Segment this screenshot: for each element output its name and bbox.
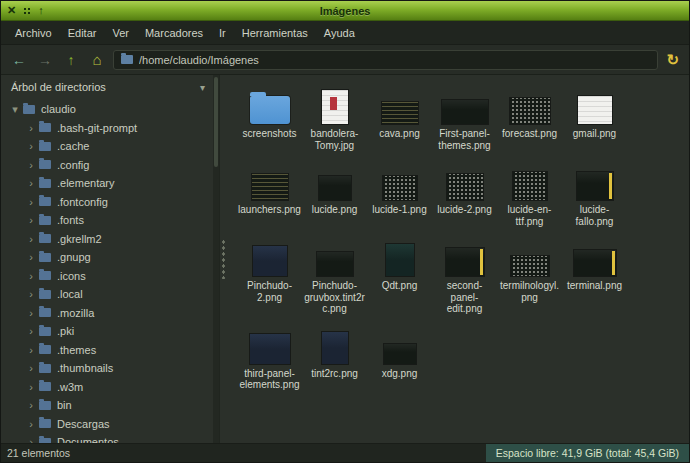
sidebar-scrollbar[interactable]: [213, 75, 219, 443]
file-thumbnail: [322, 90, 348, 124]
tree-item-dot-local[interactable]: ›.local: [1, 285, 213, 304]
file-item-gmail.png[interactable]: gmail.png: [562, 81, 627, 157]
file-thumbnail: [446, 248, 484, 276]
tree-item-dot-mozilla[interactable]: ›.mozilla: [1, 304, 213, 323]
chevron-right-icon[interactable]: ›: [25, 140, 37, 152]
tree-item-descargas[interactable]: ›Descargas: [1, 415, 213, 434]
file-item-pinchudo-2.png[interactable]: Pinchudo-2.png: [237, 233, 302, 321]
tree-item-documentos[interactable]: ›Documentos: [1, 433, 213, 443]
file-item-lucide-1.png[interactable]: lucide-1.png: [367, 157, 432, 233]
file-item-terminal.png[interactable]: terminal.png: [562, 233, 627, 321]
file-item-qdt.png[interactable]: Qdt.png: [367, 233, 432, 321]
chevron-down-icon[interactable]: ▾: [9, 103, 21, 116]
chevron-right-icon[interactable]: ›: [25, 270, 37, 282]
file-thumbnail: [386, 244, 414, 276]
file-item-third-panel-elements.png[interactable]: third-panel-elements.png: [237, 321, 302, 397]
file-item-lucide-fallo.png[interactable]: lucide-fallo.png: [562, 157, 627, 233]
tree-item-dot-pki[interactable]: ›.pki: [1, 322, 213, 341]
tree-item-dot-cache[interactable]: ›.cache: [1, 137, 213, 156]
chevron-right-icon[interactable]: ›: [25, 436, 37, 443]
file-item-bandolera-tomy.jpg[interactable]: bandolera-Tomy.jpg: [302, 81, 367, 157]
pane-splitter[interactable]: [219, 75, 227, 443]
tree-item-dot-fontconfig[interactable]: ›.fontconfig: [1, 193, 213, 212]
tree-item-dot-w3m[interactable]: ›.w3m: [1, 378, 213, 397]
home-button[interactable]: ⌂: [87, 52, 107, 67]
scrollbar-thumb[interactable]: [214, 77, 218, 167]
window-menu-icon[interactable]: [23, 7, 31, 15]
file-thumbnail: [319, 176, 351, 200]
file-item-termilnologyl.png[interactable]: termilnologyl.png: [497, 233, 562, 321]
file-thumbnail: [252, 174, 288, 200]
tree-item-label: Documentos: [57, 436, 119, 443]
chevron-right-icon[interactable]: ›: [25, 344, 37, 356]
file-item-pinchudo-gruvbox.tint2rc.png[interactable]: Pinchudo-gruvbox.tint2rc.png: [302, 233, 367, 321]
folder-icon: [39, 216, 51, 225]
chevron-right-icon[interactable]: ›: [25, 214, 37, 226]
menu-ir[interactable]: Ir: [211, 24, 234, 42]
chevron-right-icon[interactable]: ›: [25, 288, 37, 300]
tree-item-dot-elementary[interactable]: ›.elementary: [1, 174, 213, 193]
titlebar[interactable]: ✕ ↑ Imágenes: [1, 1, 689, 21]
forward-button[interactable]: →: [35, 53, 55, 67]
chevron-right-icon[interactable]: ›: [25, 159, 37, 171]
chevron-right-icon[interactable]: ›: [25, 399, 37, 411]
menu-editar[interactable]: Editar: [60, 24, 105, 42]
chevron-right-icon[interactable]: ›: [25, 177, 37, 189]
tree-item-dot-bash-git-prompt[interactable]: ›.bash-git-prompt: [1, 119, 213, 138]
menu-archivo[interactable]: Archivo: [7, 24, 60, 42]
file-thumbnail: [577, 172, 613, 200]
tree-item-label: .icons: [57, 270, 86, 282]
file-item-cava.png[interactable]: cava.png: [367, 81, 432, 157]
refresh-icon[interactable]: ↻: [664, 52, 681, 67]
file-label: forecast.png: [498, 128, 561, 140]
sidebar: Árbol de directorios ▾ ▾claudio›.bash-gi…: [1, 75, 213, 443]
file-item-xdg.png[interactable]: xdg.png: [367, 321, 432, 397]
menu-ver[interactable]: Ver: [104, 24, 137, 42]
file-thumbnail: [511, 256, 549, 276]
file-item-lucide-2.png[interactable]: lucide-2.png: [432, 157, 497, 233]
file-thumbnail: [384, 344, 416, 364]
file-manager-window: ✕ ↑ Imágenes Archivo Editar Ver Marcador…: [0, 0, 690, 463]
file-thumbnail: [317, 252, 353, 276]
tree-item-dot-gnupg[interactable]: ›.gnupg: [1, 248, 213, 267]
tree-item-dot-themes[interactable]: ›.themes: [1, 341, 213, 360]
menu-ayuda[interactable]: Ayuda: [316, 24, 363, 42]
menu-herramientas[interactable]: Herramientas: [234, 24, 316, 42]
close-icon[interactable]: ✕: [7, 5, 16, 16]
file-label: lucide.png: [303, 204, 366, 216]
file-item-first-panel-themes.png[interactable]: First-panel-themes.png: [432, 81, 497, 157]
chevron-right-icon[interactable]: ›: [25, 251, 37, 263]
tree-item-dot-fonts[interactable]: ›.fonts: [1, 211, 213, 230]
menu-marcadores[interactable]: Marcadores: [137, 24, 211, 42]
tree-item-dot-thumbnails[interactable]: ›.thumbnails: [1, 359, 213, 378]
file-item-lucide-en-ttf.png[interactable]: lucide-en-ttf.png: [497, 157, 562, 233]
file-item-second-panel-edit.png[interactable]: second-panel-edit.png: [432, 233, 497, 321]
chevron-right-icon[interactable]: ›: [25, 196, 37, 208]
up-button[interactable]: ↑: [61, 53, 81, 67]
file-item-forecast.png[interactable]: forecast.png: [497, 81, 562, 157]
chevron-right-icon[interactable]: ›: [25, 307, 37, 319]
chevron-right-icon[interactable]: ›: [25, 233, 37, 245]
file-item-tint2rc.png[interactable]: tint2rc.png: [302, 321, 367, 397]
chevron-right-icon[interactable]: ›: [25, 418, 37, 430]
back-button[interactable]: ←: [9, 53, 29, 67]
chevron-right-icon[interactable]: ›: [25, 122, 37, 134]
tree-item-dot-config[interactable]: ›.config: [1, 156, 213, 175]
chevron-right-icon[interactable]: ›: [25, 325, 37, 337]
sidebar-mode-select[interactable]: Árbol de directorios ▾: [1, 75, 213, 99]
tree-item-claudio[interactable]: ▾claudio: [1, 100, 213, 119]
file-item-launchers.png[interactable]: launchers.png: [237, 157, 302, 233]
tree-item-bin[interactable]: ›bin: [1, 396, 213, 415]
path-input[interactable]: /home/claudio/Imágenes: [113, 50, 658, 70]
shade-icon[interactable]: ↑: [38, 5, 44, 16]
tree-item-label: bin: [57, 399, 72, 411]
file-item-lucide.png[interactable]: lucide.png: [302, 157, 367, 233]
chevron-right-icon[interactable]: ›: [25, 381, 37, 393]
folder-icon: [39, 382, 51, 391]
file-item-screenshots[interactable]: screenshots: [237, 81, 302, 157]
tree-item-dot-gkrellm2[interactable]: ›.gkrellm2: [1, 230, 213, 249]
tree-item-label: .gkrellm2: [57, 233, 102, 245]
tree-item-dot-icons[interactable]: ›.icons: [1, 267, 213, 286]
file-label: lucide-2.png: [433, 204, 496, 216]
chevron-right-icon[interactable]: ›: [25, 362, 37, 374]
